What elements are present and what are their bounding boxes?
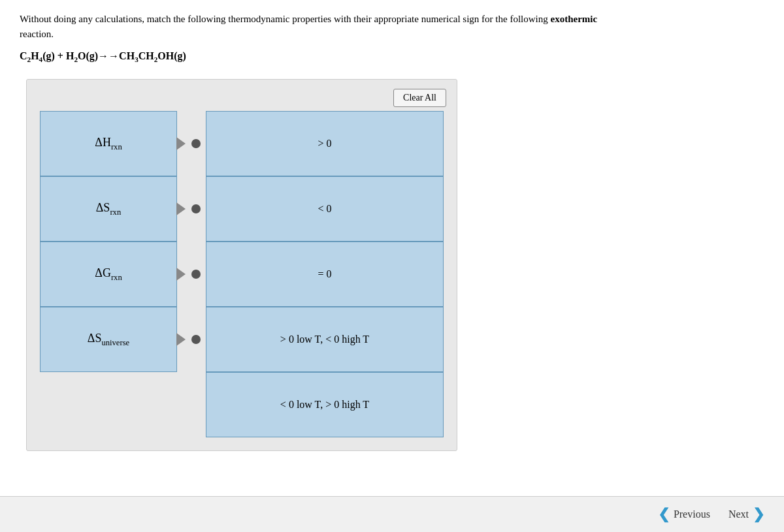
connector-dot-1: [191, 139, 201, 148]
drop-label-eq0: = 0: [318, 268, 331, 280]
drop-target-gt0-lt0-hight[interactable]: > 0 low T, < 0 high T: [206, 307, 444, 372]
drop-label-gt0-lt0-hight: > 0 low T, < 0 high T: [280, 334, 369, 345]
connector-dot-2: [191, 204, 201, 213]
drag-item-dh[interactable]: ΔHrxn: [40, 111, 177, 176]
page-container: Without doing any calculations, match th…: [0, 0, 784, 503]
connector-cell-3: [186, 242, 206, 307]
drop-target-gt0[interactable]: > 0: [206, 111, 444, 176]
right-column: > 0 < 0 = 0 > 0 low T, < 0 high T < 0 lo…: [206, 111, 444, 437]
drop-label-lt0-gt0-hight: < 0 low T, > 0 high T: [280, 399, 369, 411]
previous-label: Previous: [674, 509, 710, 520]
intro-text: Without doing any calculations, match th…: [20, 12, 608, 41]
drag-label-dsu: ΔSuniverse: [88, 332, 129, 348]
dnd-inner: ΔHrxn ΔSrxn ΔGrxn ΔSuniverse: [40, 111, 444, 437]
connector-cell-4: [186, 307, 206, 372]
chevron-left-icon: ❮: [658, 506, 670, 523]
connector-dot-3: [191, 270, 201, 279]
drop-label-lt0: < 0: [318, 203, 331, 215]
chevron-right-icon: ❯: [753, 506, 764, 523]
drag-label-dg: ΔGrxn: [95, 266, 122, 283]
connector-dot-4: [191, 335, 201, 344]
drop-target-eq0[interactable]: = 0: [206, 242, 444, 307]
connector-cell-1: [186, 111, 206, 176]
drop-label-gt0: > 0: [318, 138, 331, 149]
intro-text-part1: Without doing any calculations, match th…: [20, 14, 551, 24]
next-button[interactable]: Next ❯: [722, 502, 771, 527]
nav-bar: ❮ Previous Next ❯: [0, 496, 784, 532]
connectors-column: [186, 111, 206, 437]
drag-item-dsu[interactable]: ΔSuniverse: [40, 307, 177, 372]
left-column: ΔHrxn ΔSrxn ΔGrxn ΔSuniverse: [40, 111, 184, 437]
dnd-container: Clear All ΔHrxn ΔSrxn ΔGrxn: [26, 79, 457, 451]
drop-target-lt0-gt0-hight[interactable]: < 0 low T, > 0 high T: [206, 372, 444, 437]
drop-target-lt0[interactable]: < 0: [206, 176, 444, 242]
bold-exothermic: exothermic: [551, 14, 598, 24]
drag-item-dg[interactable]: ΔGrxn: [40, 242, 177, 307]
clear-all-button[interactable]: Clear All: [393, 89, 446, 107]
connector-cell-2: [186, 176, 206, 242]
drag-label-dh: ΔHrxn: [95, 136, 122, 152]
reaction-equation: C2H4(g) + H2O(g)→→CH3CH2OH(g): [20, 50, 764, 63]
intro-text-part2: reaction.: [20, 29, 54, 39]
next-label: Next: [728, 509, 749, 520]
drag-item-ds[interactable]: ΔSrxn: [40, 176, 177, 242]
drag-label-ds: ΔSrxn: [96, 201, 121, 217]
previous-button[interactable]: ❮ Previous: [651, 502, 717, 527]
